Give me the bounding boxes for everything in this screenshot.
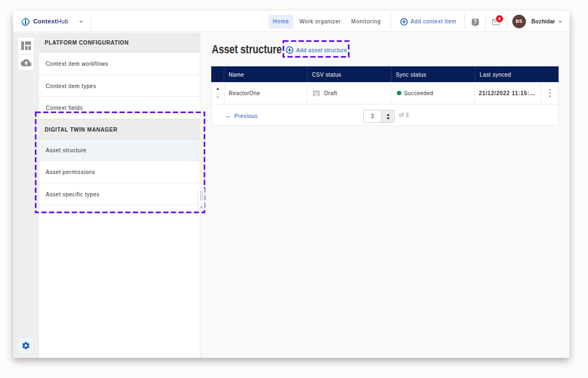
- svg-text:?: ?: [473, 18, 476, 25]
